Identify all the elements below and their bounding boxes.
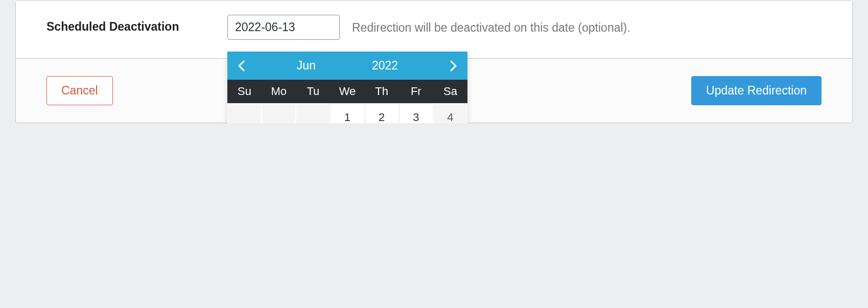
scheduled-deactivation-input[interactable] <box>227 15 340 40</box>
datepicker-header: Jun 2022 <box>227 52 467 80</box>
scheduled-deactivation-hint: Redirection will be deactivated on this … <box>352 15 630 35</box>
datepicker-grid: 1234567891011121314151617181920212223242… <box>227 103 467 123</box>
datepicker-popup: Jun 2022 SuMoTuWeThFrSa 1234567891011121… <box>227 52 467 123</box>
dow-cell: Mo <box>262 85 296 98</box>
empty-cell <box>262 103 296 123</box>
datepicker-year[interactable]: 2022 <box>372 59 398 73</box>
dow-cell: Tu <box>296 85 330 98</box>
scheduled-deactivation-label: Scheduled Deactivation <box>46 15 215 34</box>
empty-cell <box>296 103 330 123</box>
scheduled-deactivation-row: Scheduled Deactivation Jun 2022 <box>16 1 852 58</box>
prev-month-button[interactable] <box>238 60 245 72</box>
chevron-right-icon <box>450 60 457 72</box>
day-cell[interactable]: 1 <box>330 103 364 123</box>
dow-cell: We <box>330 85 364 98</box>
dow-cell: Th <box>365 85 399 98</box>
datepicker-dow-row: SuMoTuWeThFrSa <box>227 80 467 103</box>
chevron-left-icon <box>238 60 245 72</box>
update-redirection-button[interactable]: Update Redirection <box>691 76 822 105</box>
form-panel: Scheduled Deactivation Jun 2022 <box>15 0 853 123</box>
dow-cell: Fr <box>399 85 433 98</box>
day-cell[interactable]: 3 <box>399 103 433 123</box>
datepicker-title: Jun 2022 <box>297 59 398 73</box>
date-input-wrap: Jun 2022 SuMoTuWeThFrSa 1234567891011121… <box>227 15 340 40</box>
day-cell[interactable]: 4 <box>433 103 467 123</box>
next-month-button[interactable] <box>450 60 457 72</box>
day-cell[interactable]: 2 <box>365 103 399 123</box>
cancel-button[interactable]: Cancel <box>46 76 113 105</box>
dow-cell: Sa <box>433 85 467 98</box>
dow-cell: Su <box>227 85 262 98</box>
datepicker-month[interactable]: Jun <box>297 59 316 73</box>
empty-cell <box>227 103 262 123</box>
